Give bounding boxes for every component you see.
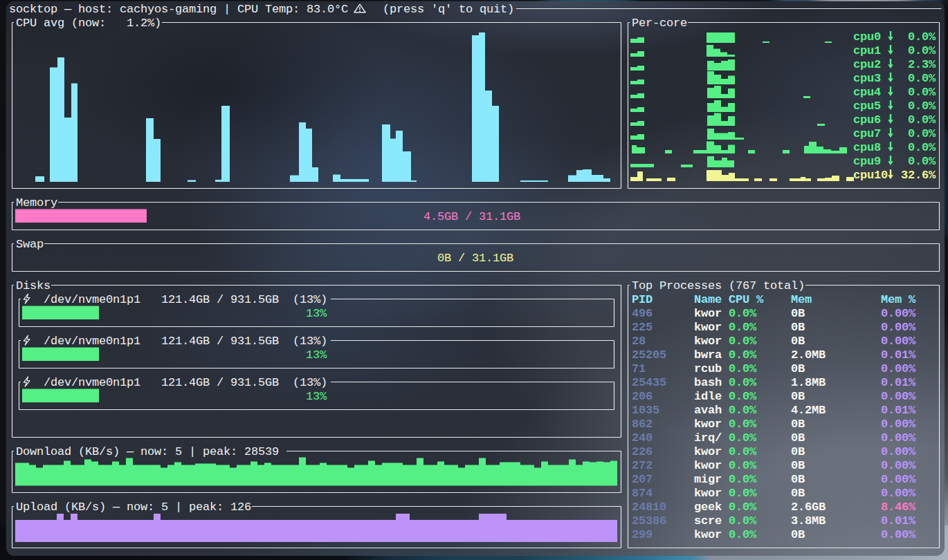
svg-text:kwor: kwor [694, 528, 722, 541]
svg-text:0.00%: 0.00% [881, 307, 916, 320]
svg-text:0.0%: 0.0% [729, 321, 757, 334]
svg-text:geek: geek [694, 501, 722, 514]
svg-text:kwor: kwor [694, 445, 722, 458]
svg-text:4.5GB / 31.1GB: 4.5GB / 31.1GB [423, 210, 520, 223]
svg-text:Name: Name [694, 293, 722, 306]
svg-text:avah: avah [694, 404, 722, 417]
svg-text:0.00%: 0.00% [881, 473, 916, 486]
svg-text:0B: 0B [791, 528, 805, 541]
svg-text:862: 862 [632, 418, 653, 431]
svg-text:0.0%: 0.0% [729, 459, 757, 472]
svg-text:2.3%: 2.3% [908, 58, 936, 71]
svg-text:299: 299 [632, 528, 653, 541]
svg-text:kwor: kwor [694, 459, 722, 472]
svg-text:0.0%: 0.0% [729, 528, 757, 541]
svg-text:(press 'q' to quit): (press 'q' to quit) [383, 3, 514, 16]
svg-text:226: 226 [632, 445, 653, 458]
svg-text:0.0%: 0.0% [729, 501, 757, 514]
svg-text:0.0%: 0.0% [908, 155, 936, 168]
svg-text:206: 206 [632, 390, 653, 403]
svg-text:cpu1: cpu1 [853, 44, 881, 57]
svg-text:207: 207 [632, 473, 653, 486]
svg-text:cpu7: cpu7 [853, 127, 881, 140]
svg-text:kwor: kwor [694, 335, 722, 348]
svg-text:PID: PID [632, 293, 653, 306]
svg-text:cpu0: cpu0 [853, 30, 881, 44]
svg-text:cpu6: cpu6 [853, 113, 881, 127]
svg-text:Upload (KB/s) — now: 5 | peak:: Upload (KB/s) — now: 5 | peak: 126 [16, 501, 251, 514]
svg-text:0B: 0B [791, 431, 805, 445]
svg-text:scre: scre [694, 514, 722, 528]
svg-text:idle: idle [694, 390, 722, 403]
svg-text:0B: 0B [791, 459, 805, 472]
svg-text:0B: 0B [791, 390, 805, 403]
svg-text:0.0%: 0.0% [729, 445, 757, 458]
svg-text:cpu5: cpu5 [853, 100, 881, 113]
svg-text:874: 874 [632, 487, 653, 500]
svg-text:0.0%: 0.0% [908, 44, 936, 57]
svg-text:0.0%: 0.0% [908, 141, 936, 154]
svg-text:bash: bash [694, 376, 722, 389]
svg-text:0.00%: 0.00% [881, 431, 916, 445]
svg-text:0.00%: 0.00% [881, 445, 916, 458]
svg-text:cpu2: cpu2 [853, 58, 881, 71]
svg-text:0.01%: 0.01% [881, 376, 916, 389]
svg-text:0.0%: 0.0% [729, 431, 757, 445]
svg-text:0.01%: 0.01% [881, 348, 916, 362]
svg-text:13%: 13% [306, 390, 327, 403]
svg-text:272: 272 [632, 459, 653, 472]
svg-text:0.01%: 0.01% [881, 404, 916, 417]
svg-text:CPU %: CPU % [729, 293, 764, 306]
svg-text:0B: 0B [791, 307, 805, 320]
svg-text:0B: 0B [791, 473, 805, 486]
svg-text:Per-core: Per-core [632, 17, 687, 30]
svg-text:cpu9: cpu9 [853, 155, 881, 168]
svg-text:Top Processes (767 total): Top Processes (767 total) [632, 279, 805, 292]
svg-text:0B: 0B [791, 321, 805, 334]
svg-text:kwor: kwor [694, 418, 722, 431]
svg-text:0B / 31.1GB: 0B / 31.1GB [437, 252, 513, 265]
svg-text:0.0%: 0.0% [729, 348, 757, 362]
svg-text:0.00%: 0.00% [881, 321, 916, 334]
svg-text:0B: 0B [791, 335, 805, 348]
svg-text:irq/: irq/ [694, 431, 722, 445]
svg-text:cpu3: cpu3 [853, 72, 881, 85]
svg-text:0.0%: 0.0% [908, 30, 936, 44]
svg-text:0.0%: 0.0% [729, 418, 757, 431]
svg-text:25386: 25386 [632, 514, 666, 528]
svg-text:496: 496 [632, 307, 653, 320]
svg-text:1035: 1035 [632, 404, 659, 417]
svg-text:0.0%: 0.0% [908, 100, 936, 113]
svg-text:cpu8: cpu8 [853, 141, 881, 154]
svg-text:0.00%: 0.00% [881, 528, 916, 541]
svg-text:socktop — host: cachyos-gaming: socktop — host: cachyos-gaming | CPU Tem… [9, 3, 348, 16]
svg-text:0.0%: 0.0% [729, 376, 757, 389]
svg-text:cpu4: cpu4 [853, 86, 881, 99]
svg-text:kwor: kwor [694, 321, 722, 334]
svg-text:Mem %: Mem % [881, 293, 916, 306]
svg-text:/dev/nvme0n1p1 121.4GB / 931: /dev/nvme0n1p1 121.4GB / 931.5GB (13%) [44, 376, 327, 389]
svg-text:/dev/nvme0n1p1 121.4GB / 931: /dev/nvme0n1p1 121.4GB / 931.5GB (13%) [44, 335, 327, 348]
svg-text:0B: 0B [791, 418, 805, 431]
svg-text:2.6GB: 2.6GB [791, 501, 826, 514]
svg-text:240: 240 [632, 431, 653, 445]
svg-text:0.0%: 0.0% [729, 404, 757, 417]
svg-text:0.0%: 0.0% [729, 362, 757, 375]
svg-text:25435: 25435 [632, 376, 666, 389]
svg-text:0.0%: 0.0% [729, 473, 757, 486]
svg-text:4.2MB: 4.2MB [791, 404, 826, 417]
svg-text:kwor: kwor [694, 487, 722, 500]
svg-text:28: 28 [632, 335, 646, 348]
svg-text:0.01%: 0.01% [881, 514, 916, 528]
svg-text:migr: migr [694, 473, 722, 486]
svg-text:0.0%: 0.0% [729, 335, 757, 348]
svg-text:0B: 0B [791, 445, 805, 458]
svg-text:0.0%: 0.0% [729, 307, 757, 320]
svg-text:bwra: bwra [694, 348, 722, 362]
svg-text:0.00%: 0.00% [881, 487, 916, 500]
svg-text:0B: 0B [791, 487, 805, 500]
svg-text:0.0%: 0.0% [908, 72, 936, 85]
svg-text:0.00%: 0.00% [881, 418, 916, 431]
svg-text:71: 71 [632, 362, 646, 375]
svg-text:Download (KB/s) — now: 5 | pea: Download (KB/s) — now: 5 | peak: 28539 [16, 445, 279, 458]
